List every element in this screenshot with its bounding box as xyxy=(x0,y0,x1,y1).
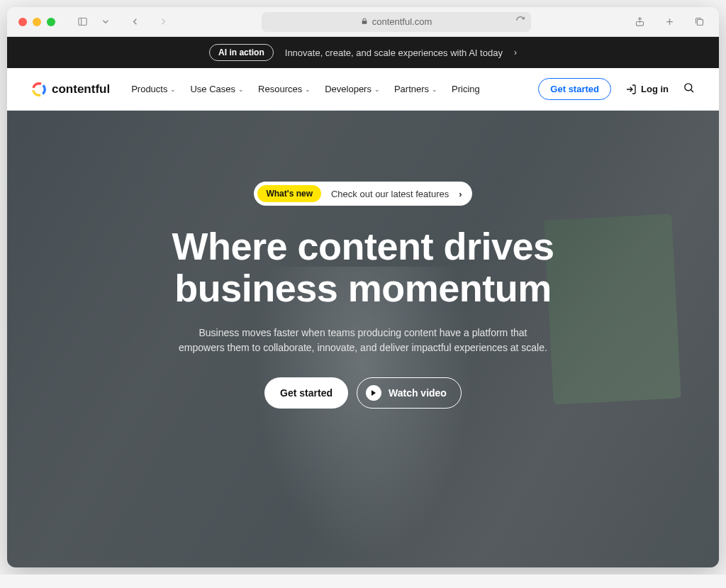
chevron-right-icon: › xyxy=(514,48,517,57)
brand-name: contentful xyxy=(52,82,110,96)
url-text: contentful.com xyxy=(372,16,432,27)
nav-item-partners[interactable]: Partners ⌄ xyxy=(394,84,437,94)
brand-logo[interactable]: contentful xyxy=(31,82,110,97)
headline-line-1: Where content drives xyxy=(172,225,554,267)
lock-icon xyxy=(361,17,368,27)
nav-right-group: Get started Log in xyxy=(538,78,695,100)
search-icon[interactable] xyxy=(683,82,695,96)
whats-new-tag: What's new xyxy=(257,185,321,202)
chevron-down-icon: ⌄ xyxy=(305,86,311,93)
address-bar-container: contentful.com xyxy=(177,12,615,32)
chevron-down-icon: ⌄ xyxy=(238,86,244,93)
watch-video-label: Watch video xyxy=(389,387,447,399)
get-started-button[interactable]: Get started xyxy=(538,78,611,100)
share-icon[interactable] xyxy=(631,13,648,30)
forward-button[interactable] xyxy=(155,13,172,30)
watch-video-button[interactable]: Watch video xyxy=(357,377,462,409)
nav-item-developers[interactable]: Developers ⌄ xyxy=(325,84,380,94)
announcement-bar[interactable]: AI in action Innovate, create, and scale… xyxy=(7,37,719,68)
login-label: Log in xyxy=(641,84,669,94)
svg-rect-0 xyxy=(78,18,86,26)
sidebar-toggle-icon[interactable] xyxy=(74,13,91,30)
nav-label: Products xyxy=(131,84,167,94)
nav-label: Partners xyxy=(394,84,429,94)
chevron-down-icon: ⌄ xyxy=(432,86,437,93)
login-link[interactable]: Log in xyxy=(625,84,669,95)
primary-nav: contentful Products ⌄ Use Cases ⌄ Resour… xyxy=(7,68,719,111)
close-window-button[interactable] xyxy=(18,18,27,26)
new-tab-icon[interactable] xyxy=(661,13,678,30)
nav-label: Developers xyxy=(325,84,372,94)
hero-headline: Where content drives business momentum xyxy=(172,226,554,310)
headline-line-2: business momentum xyxy=(174,267,552,309)
whats-new-text: Check out our latest features xyxy=(331,189,449,199)
play-icon xyxy=(366,385,381,401)
svg-point-10 xyxy=(685,84,692,91)
chevron-down-icon: ⌄ xyxy=(374,86,380,93)
svg-line-11 xyxy=(691,90,693,92)
titlebar-left-group xyxy=(74,13,111,30)
nav-label: Use Cases xyxy=(190,84,235,94)
nav-label: Pricing xyxy=(452,84,480,94)
hero-section: What's new Check out our latest features… xyxy=(7,111,719,567)
announcement-pill: AI in action xyxy=(209,44,274,61)
svg-rect-5 xyxy=(697,19,703,25)
announcement-text: Innovate, create, and scale experiences … xyxy=(285,48,503,58)
hero-cta-group: Get started Watch video xyxy=(264,377,462,409)
nav-buttons xyxy=(126,13,172,30)
back-button[interactable] xyxy=(126,13,143,30)
titlebar-right-group xyxy=(631,13,708,30)
nav-links: Products ⌄ Use Cases ⌄ Resources ⌄ Devel… xyxy=(131,84,480,94)
tabs-overview-icon[interactable] xyxy=(691,13,708,30)
reload-icon[interactable] xyxy=(515,16,525,28)
hero-get-started-button[interactable]: Get started xyxy=(264,377,348,409)
whats-new-pill[interactable]: What's new Check out our latest features… xyxy=(254,182,471,206)
chevron-down-icon: ⌄ xyxy=(170,86,176,93)
browser-window: contentful.com AI in action Innovate, cr… xyxy=(7,7,719,567)
nav-label: Resources xyxy=(258,84,302,94)
fullscreen-window-button[interactable] xyxy=(47,18,55,26)
address-bar[interactable]: contentful.com xyxy=(262,12,531,32)
chevron-right-icon: › xyxy=(459,189,462,199)
nav-item-resources[interactable]: Resources ⌄ xyxy=(258,84,311,94)
login-icon xyxy=(625,84,637,95)
nav-item-pricing[interactable]: Pricing xyxy=(452,84,480,94)
hero-bg-person-image xyxy=(235,267,491,567)
tab-overview-dropdown-icon[interactable] xyxy=(101,13,111,30)
minimize-window-button[interactable] xyxy=(33,18,41,26)
window-controls xyxy=(18,18,55,26)
hero-bg-plant-image xyxy=(544,213,681,404)
nav-item-use-cases[interactable]: Use Cases ⌄ xyxy=(190,84,244,94)
titlebar: contentful.com xyxy=(7,7,719,37)
hero-subhead: Business moves faster when teams produci… xyxy=(179,326,547,356)
nav-item-products[interactable]: Products ⌄ xyxy=(131,84,176,94)
brand-mark-icon xyxy=(31,82,47,97)
